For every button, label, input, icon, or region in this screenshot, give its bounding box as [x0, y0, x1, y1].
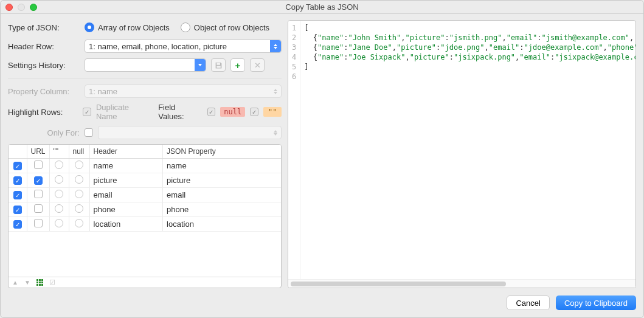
floppy-icon	[215, 61, 223, 69]
chevron-updown-icon	[270, 126, 281, 139]
null-radio[interactable]	[75, 219, 83, 227]
label-property-column: Property Column:	[8, 87, 80, 96]
url-checkbox[interactable]	[34, 161, 43, 169]
quote-radio[interactable]	[55, 204, 63, 213]
header-cell[interactable]: name	[89, 159, 163, 173]
header-cell[interactable]: phone	[89, 202, 163, 217]
null-radio[interactable]	[75, 175, 83, 184]
include-checkbox[interactable]: ✓	[13, 191, 22, 199]
json-preview: 123456 [ {"name":"John Smith","picture":…	[288, 20, 636, 288]
remove-settings-button[interactable]: ✕	[250, 58, 265, 72]
zoom-icon[interactable]	[30, 4, 37, 11]
label-highlight-rows: Highlight Rows:	[8, 108, 78, 117]
badge-empty: ""	[263, 107, 282, 117]
radio-array-of-row-objects[interactable]: Array of row Objects	[85, 22, 170, 32]
checklist-icon[interactable]: ☑	[49, 278, 55, 286]
quote-radio[interactable]	[55, 219, 63, 227]
th-url[interactable]: URL	[27, 145, 49, 159]
table-row[interactable]: ✓namename	[9, 159, 281, 173]
header-cell[interactable]: location	[89, 217, 163, 232]
select-header-row[interactable]: 1: name, email, phone, location, picture	[85, 40, 282, 53]
null-radio[interactable]	[75, 190, 83, 198]
table-row[interactable]: ✓✓picturepicture	[9, 173, 281, 188]
checkbox-null-highlight: ✓	[207, 108, 216, 116]
checkbox-duplicate-name: ✓	[83, 108, 91, 116]
close-icon[interactable]	[5, 4, 13, 11]
json-property-cell[interactable]: location	[163, 217, 281, 232]
label-only-for: Only For:	[8, 128, 80, 137]
radio-object-label: Object of row Objects	[194, 23, 269, 32]
include-checkbox[interactable]: ✓	[13, 206, 22, 214]
save-settings-button[interactable]	[211, 58, 226, 72]
move-up-button[interactable]: ▲	[12, 279, 18, 286]
header-cell[interactable]: email	[89, 188, 163, 202]
json-property-cell[interactable]: email	[163, 188, 281, 202]
th-null[interactable]: null	[69, 145, 89, 159]
quote-radio[interactable]	[55, 190, 63, 198]
checkbox-only-for	[85, 128, 93, 137]
url-checkbox[interactable]	[34, 204, 43, 213]
url-checkbox[interactable]	[34, 190, 43, 198]
horizontal-scrollbar[interactable]	[288, 279, 635, 288]
move-down-button[interactable]: ▼	[24, 279, 30, 286]
url-checkbox[interactable]: ✓	[34, 176, 43, 185]
chevron-updown-icon	[270, 85, 281, 97]
label-field-values: Field Values:	[158, 103, 202, 121]
chevron-down-icon	[195, 59, 206, 71]
null-radio[interactable]	[75, 161, 83, 169]
cancel-button[interactable]: Cancel	[507, 296, 549, 310]
table-row[interactable]: ✓locationlocation	[9, 217, 281, 232]
include-checkbox[interactable]: ✓	[13, 176, 22, 185]
badge-null: null	[220, 107, 245, 117]
label-settings-history: Settings History:	[8, 61, 80, 70]
chevron-updown-icon	[270, 40, 281, 52]
table-row[interactable]: ✓emailemail	[9, 188, 281, 202]
th-header[interactable]: Header	[89, 145, 163, 159]
select-header-row-value: 1: name, email, phone, location, picture	[89, 42, 227, 51]
select-property-column: 1: name	[85, 85, 282, 98]
null-radio[interactable]	[75, 204, 83, 213]
label-type-of-json: Type of JSON:	[8, 23, 80, 32]
grid-icon[interactable]	[36, 279, 43, 286]
copy-to-clipboard-button[interactable]: Copy to Clipboard	[556, 296, 636, 310]
quote-radio[interactable]	[55, 161, 63, 169]
select-property-column-value: 1: name	[89, 87, 117, 96]
select-only-for	[98, 126, 282, 139]
table-row[interactable]: ✓phonephone	[9, 202, 281, 217]
include-checkbox[interactable]: ✓	[13, 162, 22, 170]
header-cell[interactable]: picture	[89, 173, 163, 188]
titlebar: Copy Table as JSON	[1, 1, 643, 14]
minimize-icon[interactable]	[18, 4, 25, 11]
select-settings-history[interactable]	[85, 58, 206, 72]
include-checkbox[interactable]: ✓	[13, 220, 22, 229]
url-checkbox[interactable]	[34, 219, 43, 227]
add-settings-button[interactable]: +	[230, 58, 245, 72]
label-duplicate-name: Duplicate Name	[96, 103, 151, 121]
th-quote[interactable]: ""	[49, 145, 69, 159]
json-property-cell[interactable]: phone	[163, 202, 281, 217]
radio-array-label: Array of row Objects	[98, 23, 170, 32]
columns-table: URL "" null Header JSON Property ✓namena…	[9, 145, 281, 232]
quote-radio[interactable]	[55, 175, 63, 184]
checkbox-empty-highlight: ✓	[250, 108, 258, 116]
window-title: Copy Table as JSON	[5, 2, 639, 12]
json-property-cell[interactable]: picture	[163, 173, 281, 188]
radio-object-of-row-objects[interactable]: Object of row Objects	[181, 22, 269, 32]
th-json[interactable]: JSON Property	[163, 145, 281, 159]
label-header-row: Header Row:	[8, 42, 80, 51]
th-include[interactable]	[9, 145, 27, 159]
json-property-cell[interactable]: name	[163, 159, 281, 173]
